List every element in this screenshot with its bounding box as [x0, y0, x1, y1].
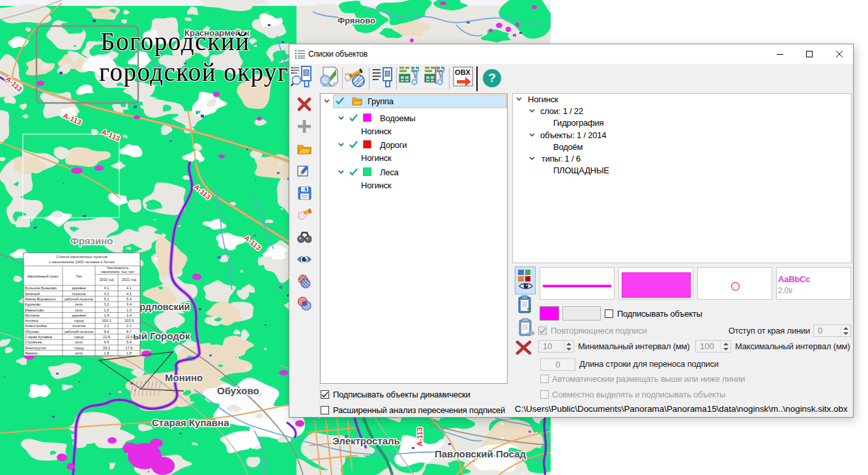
- svg-text:20.1: 20.1: [103, 346, 110, 350]
- svg-text:Монино: Монино: [165, 372, 203, 383]
- svg-text:Молзино: Молзино: [25, 313, 40, 317]
- svg-text:1.0: 1.0: [126, 308, 132, 312]
- svg-text:село: село: [75, 302, 83, 306]
- svg-text:Кудиново: Кудиново: [25, 302, 40, 306]
- svg-text:город: город: [74, 346, 84, 350]
- svg-text:1.4: 1.4: [126, 313, 132, 317]
- svg-text:4.1: 4.1: [104, 286, 109, 290]
- svg-text:Стромынь: Стромынь: [25, 340, 42, 344]
- svg-text:Ногинск: Ногинск: [25, 319, 38, 323]
- svg-text:21.8: 21.8: [103, 335, 110, 339]
- svg-text:город: город: [74, 319, 84, 323]
- svg-text:4.1: 4.1: [126, 286, 132, 290]
- svg-text:1.0: 1.0: [104, 308, 109, 312]
- svg-text:2.1: 2.1: [126, 324, 132, 328]
- svg-text:100.1: 100.1: [102, 319, 111, 323]
- svg-text:Богородский: Богородский: [100, 27, 249, 56]
- svg-text:Большие Буньково: Большие Буньково: [25, 286, 57, 290]
- svg-text:Старая Купавна: Старая Купавна: [25, 335, 53, 339]
- svg-text:Обухово: Обухово: [217, 385, 259, 396]
- svg-text:городской округ: городской округ: [99, 58, 288, 87]
- svg-text:2.1: 2.1: [104, 324, 109, 328]
- svg-text:рабочий посёлок: рабочий посёлок: [65, 297, 94, 301]
- svg-text:Тип: Тип: [76, 274, 81, 278]
- svg-text:Зелёный: Зелёный: [25, 292, 40, 296]
- svg-text:Старая Купавна: Старая Купавна: [152, 417, 229, 428]
- svg-text:посёлок: посёлок: [72, 292, 86, 296]
- svg-text:17.9: 17.9: [126, 346, 133, 350]
- svg-text:5.1: 5.1: [104, 297, 109, 301]
- svg-text:Электросталь: Электросталь: [332, 435, 400, 446]
- svg-text:?: ?: [488, 71, 496, 85]
- svg-text:село: село: [75, 308, 83, 312]
- svg-text:село: село: [75, 340, 83, 344]
- svg-text:Имени Воровского: Имени Воровского: [25, 297, 56, 301]
- svg-text:Список населённых пунктов: Список населённых пунктов: [56, 255, 107, 259]
- svg-text:рабочий посёлок: рабочий посёлок: [65, 330, 94, 334]
- svg-text:Ямкино: Ямкино: [25, 351, 38, 355]
- svg-text:А-113: А-113: [416, 427, 424, 446]
- svg-text:село: село: [75, 351, 83, 355]
- svg-text:деревня: деревня: [72, 313, 86, 317]
- svg-text:Фрязино: Фрязино: [70, 235, 113, 246]
- svg-text:Электроугли: Электроугли: [25, 346, 46, 350]
- svg-text:населения, тыс.чел: населения, тыс.чел: [101, 270, 134, 274]
- svg-text:посёлок: посёлок: [72, 324, 86, 328]
- svg-text:3.4: 3.4: [126, 302, 132, 306]
- svg-text:4.1: 4.1: [104, 292, 109, 296]
- svg-text:Обухово: Обухово: [25, 330, 39, 334]
- svg-text:103.9: 103.9: [124, 319, 134, 323]
- svg-text:OBX: OBX: [455, 68, 471, 76]
- svg-text:4.1: 4.1: [126, 292, 132, 296]
- svg-text:5.4: 5.4: [126, 297, 132, 301]
- svg-text:3.2: 3.2: [104, 302, 109, 306]
- svg-text:Павловский Посад: Павловский Посад: [435, 448, 527, 459]
- svg-text:5.4: 5.4: [126, 340, 132, 344]
- svg-text:2010 год: 2010 год: [99, 278, 114, 281]
- svg-text:Фряново: Фряново: [338, 16, 375, 25]
- svg-text:деревня: деревня: [72, 286, 86, 290]
- svg-text:22.9: 22.9: [126, 335, 133, 339]
- svg-text:Новостройка: Новостройка: [25, 324, 47, 328]
- svg-text:с населением 1000 человек и бо: с населением 1000 человек и более: [49, 260, 115, 264]
- svg-text:ый Городок: ый Городок: [133, 330, 190, 341]
- svg-text:2021 год: 2021 год: [122, 278, 137, 281]
- svg-text:6.6: 6.6: [104, 340, 109, 344]
- svg-text:1.8: 1.8: [126, 351, 132, 355]
- svg-text:1.4: 1.4: [104, 313, 109, 317]
- svg-text:Мамонтово: Мамонтово: [25, 308, 44, 312]
- svg-text:1.8: 1.8: [104, 351, 109, 355]
- svg-text:город: город: [74, 335, 84, 339]
- svg-text:8.7: 8.7: [126, 330, 132, 334]
- svg-text:9.6: 9.6: [104, 330, 109, 334]
- svg-text:Населённый пункт: Населённый пункт: [27, 274, 59, 278]
